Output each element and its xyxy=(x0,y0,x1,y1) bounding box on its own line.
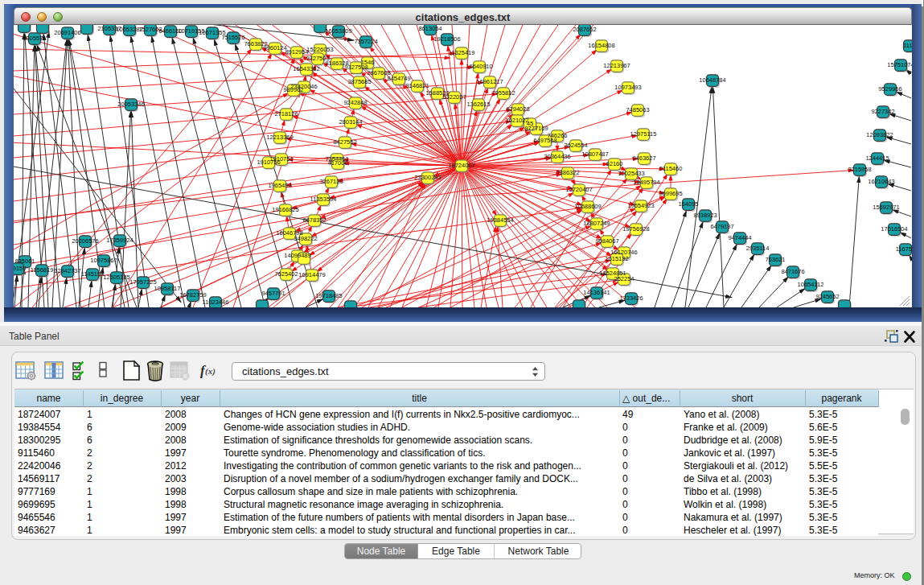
svg-text:8427552: 8427552 xyxy=(333,138,356,146)
svg-text:7955812: 7955812 xyxy=(491,89,515,97)
svg-text:16640910: 16640910 xyxy=(466,63,492,70)
svg-text:1156819: 1156819 xyxy=(31,266,54,274)
svg-text:19756928: 19756928 xyxy=(622,225,649,233)
svg-text:2935114: 2935114 xyxy=(746,245,770,252)
svg-text:12213369: 12213369 xyxy=(266,134,293,141)
svg-text:10973493: 10973493 xyxy=(614,84,641,91)
svg-text:9242848: 9242848 xyxy=(343,99,367,106)
svg-text:10958117: 10958117 xyxy=(154,285,181,292)
svg-text:16210643: 16210643 xyxy=(868,178,894,185)
svg-text:12213967: 12213967 xyxy=(603,62,630,69)
svg-text:20053346: 20053346 xyxy=(117,101,144,108)
svg-text:14136141: 14136141 xyxy=(583,289,610,296)
svg-text:16961217: 16961217 xyxy=(476,78,503,85)
svg-text:835061: 835061 xyxy=(14,257,35,265)
svg-text:989962: 989962 xyxy=(283,86,303,93)
svg-text:15692971: 15692971 xyxy=(873,204,899,211)
svg-text:2087652: 2087652 xyxy=(573,26,596,33)
svg-text:7625402: 7625402 xyxy=(274,270,298,278)
svg-text:7485063: 7485063 xyxy=(626,106,649,113)
svg-text:10807487: 10807487 xyxy=(581,150,608,158)
svg-text:9084067: 9084067 xyxy=(595,237,618,245)
svg-text:1546: 1546 xyxy=(361,59,375,66)
svg-text:23300243: 23300243 xyxy=(414,174,441,181)
svg-text:3875685: 3875685 xyxy=(347,78,371,85)
svg-text:9699695: 9699695 xyxy=(659,190,682,197)
svg-text:1733426: 1733426 xyxy=(619,295,643,302)
svg-text:11325419: 11325419 xyxy=(449,49,475,56)
svg-text:20691406: 20691406 xyxy=(54,29,80,36)
svg-text:12505135: 12505135 xyxy=(103,274,129,281)
svg-text:6497568: 6497568 xyxy=(533,137,556,144)
svg-text:14099489: 14099489 xyxy=(284,252,310,259)
svg-text:2718126: 2718126 xyxy=(274,110,298,117)
svg-text:18495794: 18495794 xyxy=(633,179,659,186)
svg-text:20364436: 20364436 xyxy=(544,153,570,160)
svg-text:10654112: 10654112 xyxy=(798,281,824,288)
svg-text:1965494: 1965494 xyxy=(268,182,291,189)
svg-text:10975867: 10975867 xyxy=(90,257,117,264)
svg-text:417006: 417006 xyxy=(327,159,347,167)
svg-text:9960124: 9960124 xyxy=(263,44,286,51)
svg-text:9474444: 9474444 xyxy=(728,234,751,241)
svg-text:(x): (x) xyxy=(205,366,216,377)
svg-text:6479197: 6479197 xyxy=(710,223,733,230)
svg-text:8454749: 8454749 xyxy=(387,75,410,82)
svg-text:16154808: 16154808 xyxy=(588,42,614,49)
svg-text:9463627: 9463627 xyxy=(632,154,655,162)
svg-text:1621022: 1621022 xyxy=(505,117,528,124)
svg-text:45: 45 xyxy=(527,120,533,127)
svg-text:10648784: 10648784 xyxy=(699,76,725,84)
svg-text:9115460: 9115460 xyxy=(659,165,683,172)
svg-text:18724007: 18724007 xyxy=(448,162,474,169)
svg-text:9529966: 9529966 xyxy=(878,85,901,93)
svg-text:1362615: 1362615 xyxy=(466,101,490,108)
svg-text:11353594: 11353594 xyxy=(310,196,337,203)
svg-text:17957225: 17957225 xyxy=(129,278,156,286)
svg-text:3624554: 3624554 xyxy=(564,142,587,149)
svg-text:19218506: 19218506 xyxy=(433,35,460,43)
svg-text:20206576: 20206576 xyxy=(72,237,98,245)
svg-text:1117: 1117 xyxy=(903,42,912,49)
svg-text:19718485: 19718485 xyxy=(315,292,342,299)
svg-text:9146821: 9146821 xyxy=(405,82,429,89)
svg-text:7386322: 7386322 xyxy=(556,169,579,176)
svg-text:164095: 164095 xyxy=(678,200,698,208)
svg-text:16053809: 16053809 xyxy=(325,27,351,35)
svg-text:8471676: 8471676 xyxy=(781,268,804,275)
svg-text:18807249: 18807249 xyxy=(583,220,610,227)
svg-text:2803144: 2803144 xyxy=(339,118,362,126)
svg-text:1305571: 1305571 xyxy=(23,35,46,42)
svg-text:16782759: 16782759 xyxy=(179,291,206,299)
svg-text:8938923: 8938923 xyxy=(693,212,717,219)
svg-text:15226053: 15226053 xyxy=(306,46,333,53)
svg-text:19654923: 19654923 xyxy=(627,202,654,209)
svg-text:7357224: 7357224 xyxy=(354,38,377,45)
svg-text:5322037: 5322037 xyxy=(442,93,466,101)
svg-text:8912954: 8912954 xyxy=(285,48,308,56)
svg-text:1615132: 1615132 xyxy=(605,255,628,262)
svg-text:17359924: 17359924 xyxy=(106,237,133,244)
svg-text:1910756: 1910756 xyxy=(257,159,280,166)
svg-text:116753: 116753 xyxy=(896,245,912,253)
svg-text:3498222: 3498222 xyxy=(294,235,317,242)
svg-text:17016504: 17016504 xyxy=(881,225,907,233)
svg-text:15720407: 15720407 xyxy=(565,186,592,193)
svg-text:12093822: 12093822 xyxy=(866,131,893,138)
svg-text:11023446: 11023446 xyxy=(203,299,229,306)
svg-text:3215958: 3215958 xyxy=(848,166,871,173)
svg-text:16543362: 16543362 xyxy=(293,65,319,72)
svg-text:1145194: 1145194 xyxy=(81,270,105,278)
svg-text:3267130: 3267130 xyxy=(319,178,343,185)
svg-text:763621: 763621 xyxy=(765,256,785,263)
svg-text:9457791: 9457791 xyxy=(261,290,285,297)
svg-text:1244415: 1244415 xyxy=(865,154,889,162)
svg-text:39159: 39159 xyxy=(14,265,26,272)
svg-text:16914479: 16914479 xyxy=(298,271,325,278)
svg-text:6794028: 6794028 xyxy=(506,105,529,113)
svg-text:9245652: 9245652 xyxy=(815,293,839,300)
svg-text:8678352: 8678352 xyxy=(302,216,326,224)
svg-text:252254: 252254 xyxy=(614,275,634,282)
svg-text:15751074: 15751074 xyxy=(887,61,912,68)
svg-text:12942737: 12942737 xyxy=(54,267,80,274)
